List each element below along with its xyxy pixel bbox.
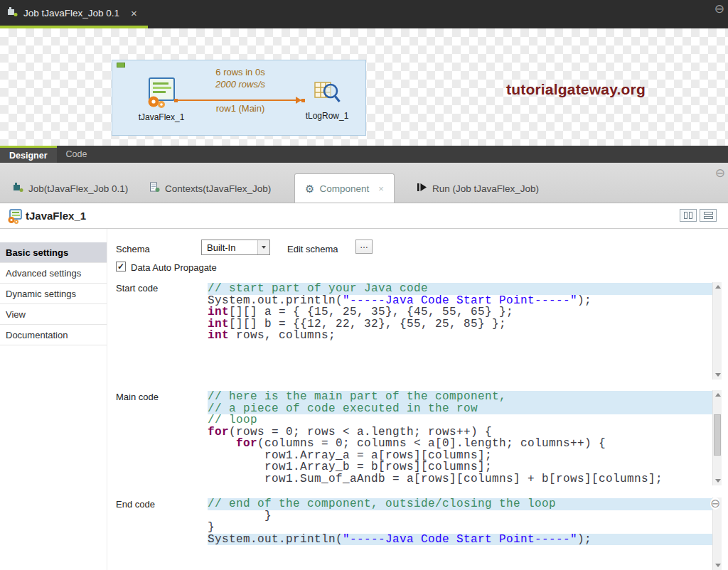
run-tab-icon	[417, 182, 427, 195]
job-icon	[7, 6, 18, 20]
rows-icon	[704, 212, 713, 215]
main-code-scrollbar[interactable]	[712, 390, 722, 485]
sidebar-item-label: Advanced settings	[6, 268, 81, 279]
main-code-editor[interactable]: // here is the main part of the componen…	[206, 390, 722, 485]
watermark: tutorialgateway.org	[506, 81, 646, 98]
job-window-tab[interactable]: Job tJavaFlex_Job 0.1 ×	[0, 0, 148, 28]
end-code-label: End code	[116, 499, 155, 510]
row-statistics: 6 rows in 0s 2000 rows/s	[180, 67, 301, 90]
node-tlogrow[interactable]: tLogRow_1	[299, 79, 355, 121]
chevron-down-icon	[262, 246, 266, 249]
node-label: tLogRow_1	[299, 111, 355, 121]
sidebar-item-dynamic-settings[interactable]: Dynamic settings	[0, 284, 107, 304]
tab-job[interactable]: Job(tJavaFlex_Job 0.1)	[3, 174, 138, 203]
end-code-lines: // end of the component, outside/closing…	[208, 498, 712, 545]
view-switch-bar: Designer Code	[0, 146, 728, 163]
component-icon	[7, 208, 23, 227]
data-auto-propagate-checkbox[interactable]: ✓	[116, 262, 126, 271]
start-code-lines: // start part of your Java codeSystem.ou…	[208, 283, 712, 342]
minimize-icon[interactable]: ⊖	[714, 3, 724, 15]
talend-window: Job tJavaFlex_Job 0.1 × ⊖	[0, 0, 728, 570]
main-code-label: Main code	[116, 392, 159, 402]
rows-count: 6 rows in 0s	[180, 67, 301, 77]
end-code-editor[interactable]: // end of the component, outside/closing…	[206, 498, 722, 570]
rows-rate: 2000 rows/s	[180, 79, 301, 90]
window-title: Job tJavaFlex_Job 0.1	[23, 8, 119, 18]
tab-designer[interactable]: Designer	[0, 146, 57, 163]
scroll-up-icon[interactable]	[715, 285, 721, 289]
connection-label[interactable]: row1 (Main)	[180, 103, 301, 114]
connection-endpoint	[301, 99, 305, 102]
design-canvas[interactable]: tJavaFlex_1	[0, 28, 728, 146]
scrollbar-thumb[interactable]	[714, 414, 721, 456]
sidebar-item-basic-settings[interactable]: Basic settings	[0, 242, 107, 263]
component-header: tJavaFlex_1	[0, 203, 728, 229]
tab-job-label: Job(tJavaFlex_Job 0.1)	[28, 183, 128, 194]
schema-label: Schema	[116, 244, 150, 254]
check-icon: ✓	[117, 262, 124, 271]
tab-component[interactable]: ⚙ Component ×	[294, 173, 395, 203]
scroll-down-icon[interactable]	[715, 373, 721, 377]
sidebar-item-label: Dynamic settings	[6, 289, 76, 299]
schema-select[interactable]: Built-In	[201, 240, 270, 255]
schema-select-value: Built-In	[207, 242, 235, 253]
tab-code-label: Code	[66, 149, 87, 159]
component-title: tJavaFlex_1	[26, 210, 86, 222]
main-code-lines: // here is the main part of the componen…	[208, 391, 712, 485]
start-code-editor[interactable]: // start part of your Java codeSystem.ou…	[206, 282, 722, 380]
job-tab-icon	[13, 182, 23, 195]
editor-tab-row: Job(tJavaFlex_Job 0.1) Contexts(tJavaFle…	[0, 163, 728, 203]
columns-icon	[684, 212, 687, 219]
sidebar-item-label: Basic settings	[6, 247, 68, 258]
collapse-handle-icon[interactable]	[117, 63, 125, 68]
combo-dropdown-button[interactable]	[257, 240, 269, 254]
start-code-label: Start code	[116, 283, 158, 294]
data-auto-propagate-label: Data Auto Propagate	[131, 262, 217, 273]
sidebar-item-view[interactable]: View	[0, 304, 107, 325]
node-label: tJavaFlex_1	[136, 112, 186, 122]
rows-icon	[704, 216, 713, 219]
component-tab-icon: ⚙	[305, 183, 314, 194]
tjavaflex-icon	[145, 99, 178, 111]
layout-columns-button[interactable]	[680, 209, 697, 222]
sidebar-item-documentation[interactable]: Documentation	[0, 325, 107, 345]
tab-component-label: Component	[319, 183, 369, 194]
sidebar-item-label: Documentation	[6, 330, 68, 340]
tab-close-icon[interactable]: ×	[378, 183, 384, 194]
tab-contexts-label: Contexts(tJavaFlex_Job)	[165, 183, 271, 194]
layout-rows-button[interactable]	[700, 209, 717, 222]
scroll-down-icon[interactable]	[715, 479, 721, 483]
tab-designer-label: Designer	[9, 151, 48, 161]
tab-run-label: Run (Job tJavaFlex_Job)	[432, 183, 539, 194]
sidebar-item-label: View	[6, 309, 26, 320]
scroll-up-icon[interactable]	[715, 393, 721, 397]
minimize-view-icon[interactable]: ⊖	[715, 167, 725, 179]
component-settings-panel: Basic settings Advanced settings Dynamic…	[0, 229, 728, 570]
tlogrow-icon	[312, 97, 342, 109]
minimize-panel-icon[interactable]: ⊖	[710, 498, 720, 510]
tab-run[interactable]: Run (Job tJavaFlex_Job)	[407, 174, 549, 203]
row-connection[interactable]	[176, 100, 303, 101]
edit-schema-label: Edit schema	[287, 244, 338, 254]
scroll-down-icon[interactable]	[715, 564, 721, 567]
ellipsis-icon: …	[360, 240, 368, 250]
contexts-tab-icon	[149, 182, 160, 195]
settings-sidebar: Basic settings Advanced settings Dynamic…	[0, 229, 107, 570]
connection-endpoint	[174, 99, 178, 102]
window-titlebar: Job tJavaFlex_Job 0.1 × ⊖	[0, 0, 728, 28]
edit-schema-button[interactable]: …	[355, 240, 373, 254]
sidebar-item-advanced-settings[interactable]: Advanced settings	[0, 263, 107, 284]
job-selection-box: tJavaFlex_1	[112, 60, 366, 136]
columns-icon	[689, 212, 692, 219]
start-code-scrollbar[interactable]	[712, 282, 722, 380]
tab-contexts[interactable]: Contexts(tJavaFlex_Job)	[139, 174, 281, 203]
close-icon[interactable]: ×	[131, 7, 137, 19]
tab-code[interactable]: Code	[57, 146, 97, 163]
